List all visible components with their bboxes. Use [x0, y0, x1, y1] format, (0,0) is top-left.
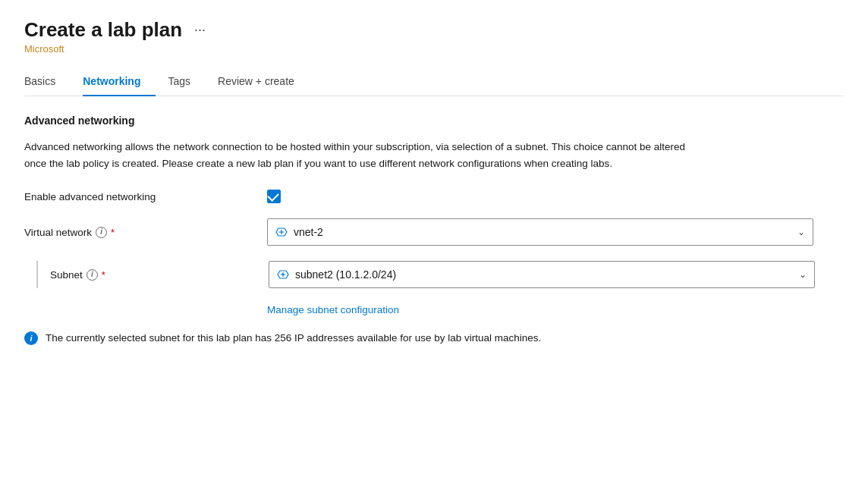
enable-networking-row: Enable advanced networking — [24, 190, 844, 203]
tab-networking[interactable]: Networking — [83, 67, 156, 96]
section-description: Advanced networking allows the network c… — [24, 139, 707, 171]
main-content: Advanced networking Advanced networking … — [24, 115, 844, 346]
subnet-row: Subnet i * subnet2 (10.1.2.0/24) — [24, 261, 844, 288]
subnet-info-icon[interactable]: i — [86, 269, 98, 281]
virtual-network-label: Virtual network i * — [24, 227, 267, 238]
tab-basics[interactable]: Basics — [24, 67, 71, 96]
ellipsis-button[interactable]: ··· — [190, 20, 210, 39]
virtual-network-required: * — [111, 227, 115, 238]
virtual-network-dropdown-wrapper: vnet-2 ⌄ — [267, 218, 813, 246]
virtual-network-row: Virtual network i * vnet-2 ⌄ — [24, 218, 844, 246]
virtual-network-dropdown[interactable]: vnet-2 ⌄ — [267, 218, 813, 246]
page-title: Create a lab plan — [24, 18, 182, 42]
subnet-chevron-icon: ⌄ — [799, 269, 807, 280]
virtual-network-icon — [275, 227, 288, 237]
subnet-dropdown-wrapper: subnet2 (10.1.2.0/24) ⌄ — [269, 261, 815, 288]
info-banner: The currently selected subnet for this l… — [24, 331, 707, 346]
info-banner-text: The currently selected subnet for this l… — [46, 331, 541, 346]
virtual-network-value: vnet-2 — [294, 226, 323, 238]
virtual-network-chevron-icon: ⌄ — [797, 227, 805, 237]
subnet-indent-line — [36, 261, 38, 288]
subnet-network-icon — [277, 269, 289, 280]
subnet-dropdown-left: subnet2 (10.1.2.0/24) — [277, 268, 396, 281]
manage-subnet-row: Manage subnet configuration — [24, 303, 844, 315]
page-subtitle: Microsoft — [24, 43, 844, 55]
virtual-network-info-icon[interactable]: i — [96, 227, 107, 238]
subnet-value: subnet2 (10.1.2.0/24) — [295, 268, 396, 281]
virtual-network-dropdown-left: vnet-2 — [275, 226, 323, 238]
info-banner-icon — [24, 331, 38, 345]
tabs-bar: Basics Networking Tags Review + create — [24, 67, 844, 96]
page-header: Create a lab plan ··· Microsoft — [24, 18, 844, 55]
manage-subnet-link[interactable]: Manage subnet configuration — [267, 304, 399, 315]
enable-networking-checkbox-wrapper — [267, 190, 281, 203]
tab-review-create[interactable]: Review + create — [218, 67, 310, 96]
subnet-label: Subnet i * — [50, 269, 269, 281]
section-title: Advanced networking — [24, 115, 844, 127]
enable-networking-checkbox[interactable] — [267, 190, 281, 203]
tab-tags[interactable]: Tags — [168, 67, 206, 96]
enable-networking-label: Enable advanced networking — [24, 191, 267, 202]
subnet-dropdown[interactable]: subnet2 (10.1.2.0/24) ⌄ — [269, 261, 815, 288]
subnet-required: * — [102, 269, 105, 281]
